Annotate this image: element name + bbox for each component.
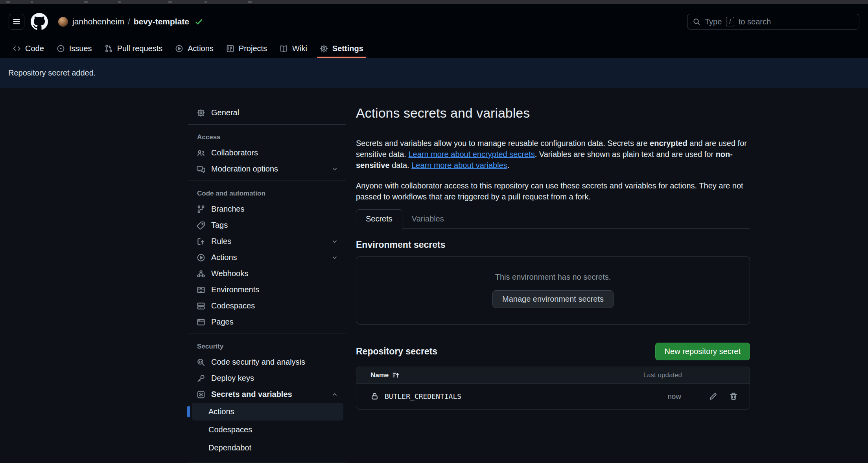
tab-strip-fragment [248, 1, 252, 3]
repo-tab-label: Settings [332, 44, 363, 53]
chevron-down-icon [331, 166, 338, 173]
search-input[interactable]: Type / to search [687, 14, 859, 30]
tab-strip-fragment [6, 1, 10, 3]
sidebar-section-label: Access [188, 128, 346, 145]
new-repository-secret-button[interactable]: New repository secret [655, 343, 750, 360]
sidebar-item-general[interactable]: General [188, 105, 346, 121]
sidebar-item-label: Webhooks [211, 269, 248, 278]
name-column-header[interactable]: Name [370, 371, 400, 379]
key-asterisk-icon [197, 390, 205, 399]
play-icon [197, 253, 205, 262]
table-row: BUTLER_CREDENTIALSnow [356, 384, 750, 409]
secret-name: BUTLER_CREDENTIALS [385, 392, 461, 400]
sidebar-item-codespaces[interactable]: Codespaces [188, 298, 346, 314]
page-body: GeneralAccessCollaboratorsModeration opt… [0, 88, 868, 463]
sidebar-item-label: Moderation options [211, 164, 278, 173]
key-icon [197, 374, 205, 383]
browser-icon [197, 318, 205, 326]
edit-secret-button[interactable] [709, 392, 717, 401]
flash-banner: Repository secret added. [0, 58, 868, 88]
repository-secrets-heading: Repository secrets [356, 346, 437, 357]
sidebar-item-webhooks[interactable]: Webhooks [188, 266, 346, 282]
tab-secrets[interactable]: Secrets [356, 209, 402, 229]
intro-text-segment: Secrets and variables allow you to manag… [356, 139, 650, 148]
sidebar-section-code-and-automation: Code and automationBranchesTagsRulesActi… [188, 181, 346, 334]
breadcrumb-repo-link[interactable]: bevy-template [134, 17, 189, 26]
manage-environment-secrets-button[interactable]: Manage environment secrets [492, 290, 614, 308]
sidebar-subitem-dependabot[interactable]: Dependabot [192, 439, 343, 457]
rules-icon [197, 237, 205, 246]
repo-tab-projects[interactable]: Projects [222, 39, 271, 58]
learn-more-link[interactable]: Learn more about encrypted secrets [408, 150, 534, 159]
breadcrumb-owner-link[interactable]: janhohenheim [72, 17, 124, 26]
people-icon [197, 149, 205, 157]
search-placeholder-prefix: Type [705, 17, 722, 26]
breadcrumb: janhohenheim / bevy-template [58, 17, 203, 27]
sidebar-item-secrets-and-variables[interactable]: Secrets and variables [188, 386, 346, 402]
sidebar-item-label: Pages [211, 317, 234, 326]
git-branch-icon [197, 205, 205, 214]
last-updated-column-header: Last updated [643, 371, 682, 379]
sidebar-section-label: Security [188, 338, 346, 354]
sidebar-subitem-codespaces[interactable]: Codespaces [192, 421, 343, 439]
pull-request-icon [105, 44, 113, 53]
sidebar-item-label: Codespaces [211, 301, 255, 310]
tab-variables[interactable]: Variables [402, 209, 453, 229]
intro-text-segment: data. [390, 161, 412, 170]
environment-secrets-heading: Environment secrets [356, 240, 750, 250]
sidebar-item-environments[interactable]: Environments [188, 282, 346, 298]
check-icon [195, 18, 203, 26]
sidebar-item-actions[interactable]: Actions [188, 249, 346, 266]
sidebar-item-code-security-and-analysis[interactable]: Code security and analysis [188, 354, 346, 370]
intro-text-segment: encrypted [650, 139, 687, 148]
learn-more-link[interactable]: Learn more about variables [411, 161, 507, 170]
sidebar-item-pages[interactable]: Pages [188, 314, 346, 330]
sidebar-item-label: Tags [211, 221, 228, 230]
page-title: Actions secrets and variables [356, 105, 750, 122]
intro-text-segment: . [507, 161, 510, 170]
browser-tab-strip [0, 0, 868, 4]
repo-tab-actions[interactable]: Actions [171, 39, 218, 58]
sidebar-item-tags[interactable]: Tags [188, 217, 346, 233]
code-icon [13, 44, 21, 53]
chevron-down-icon [331, 238, 338, 245]
delete-secret-button[interactable] [729, 392, 738, 401]
sidebar-item-branches[interactable]: Branches [188, 201, 346, 217]
sidebar-section-label: Code and automation [188, 184, 346, 201]
search-icon [693, 18, 700, 26]
sidebar-item-collaborators[interactable]: Collaborators [188, 145, 346, 161]
secret-updated: now [667, 392, 681, 401]
github-logo-icon[interactable] [31, 13, 48, 30]
repo-tab-issues[interactable]: Issues [52, 39, 96, 58]
sidebar-item-label: Code security and analysis [211, 358, 305, 367]
chevron-down-icon [331, 254, 338, 261]
secret-name-cell: BUTLER_CREDENTIALS [370, 392, 461, 400]
environment-secrets-empty-text: This environment has no secrets. [495, 273, 611, 282]
hamburger-menu-button[interactable] [9, 14, 24, 30]
repo-tab-wiki[interactable]: Wiki [275, 39, 311, 58]
intro-paragraph: Secrets and variables allow you to manag… [356, 138, 750, 171]
breadcrumb-separator: / [128, 17, 130, 26]
repo-tab-pull-requests[interactable]: Pull requests [100, 39, 167, 58]
search-placeholder-suffix: to search [739, 17, 771, 26]
lock-icon [370, 392, 379, 400]
sidebar-item-label: Collaborators [211, 148, 258, 157]
repo-tab-settings[interactable]: Settings [315, 39, 368, 58]
chevron-down-icon [331, 238, 338, 245]
avatar[interactable] [58, 17, 68, 27]
repo-tab-code[interactable]: Code [8, 39, 48, 58]
sidebar-item-moderation-options[interactable]: Moderation options [188, 161, 346, 177]
sidebar-item-rules[interactable]: Rules [188, 233, 346, 249]
github-repo-settings-page: janhohenheim / bevy-template Type / to s… [0, 0, 868, 463]
comment-discussion-icon [197, 165, 205, 173]
tab-strip-fragment [118, 1, 121, 3]
sidebar-subitem-actions[interactable]: Actions [192, 403, 343, 421]
tab-label: Secrets [366, 214, 393, 223]
app-header: janhohenheim / bevy-template Type / to s… [0, 4, 868, 39]
repo-tab-label: Issues [69, 44, 92, 53]
pencil-icon [709, 392, 717, 401]
sidebar-item-label: Environments [211, 285, 259, 294]
sidebar-item-deploy-keys[interactable]: Deploy keys [188, 370, 346, 386]
table-header-row: Name Last updated [356, 367, 750, 384]
settings-sidebar: GeneralAccessCollaboratorsModeration opt… [188, 105, 346, 463]
